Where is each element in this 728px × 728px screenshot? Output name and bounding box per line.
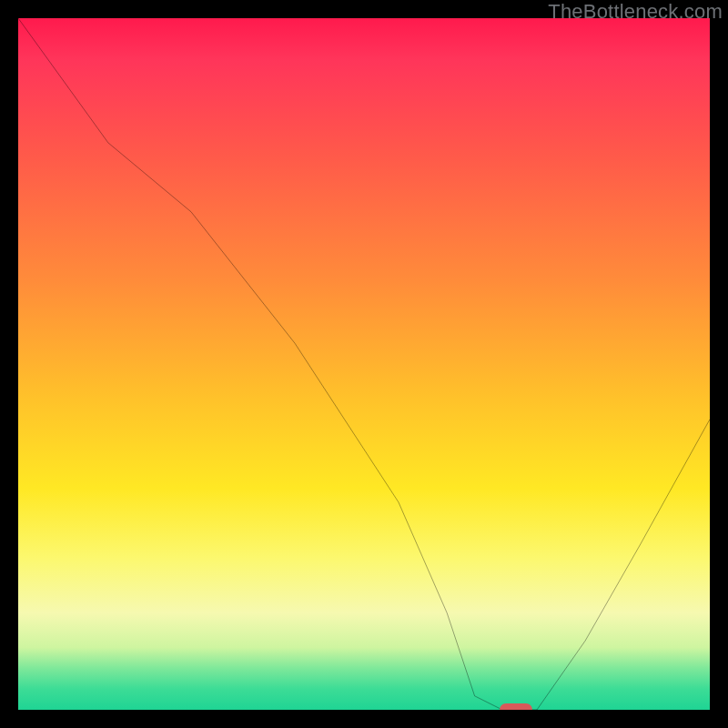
watermark-text: TheBottleneck.com (548, 0, 723, 24)
optimal-marker (500, 703, 532, 710)
chart-frame: TheBottleneck.com (0, 0, 728, 728)
bottleneck-curve (18, 18, 710, 710)
plot-area (18, 18, 710, 710)
